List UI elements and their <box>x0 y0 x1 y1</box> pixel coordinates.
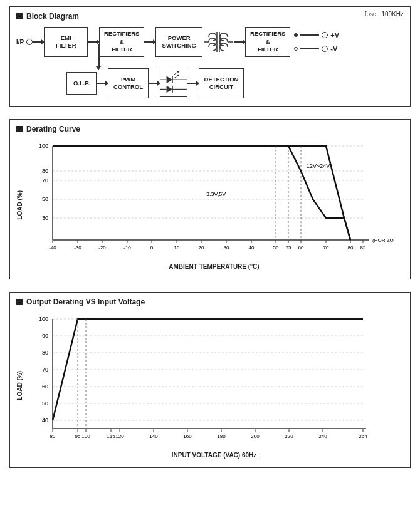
svg-text:55: 55 <box>286 245 291 251</box>
derating-x-axis-label: AMBIENT TEMPERATURE (°C) <box>24 263 404 270</box>
diagram-top-row: I/P EMI FILTER RECTIFIERS & FILTER POWER… <box>16 27 404 57</box>
svg-text:-20: -20 <box>98 245 106 251</box>
olp-box: O.L.P. <box>66 72 97 95</box>
arrow-opto-to-detect <box>187 83 199 84</box>
arrow-rect-to-power <box>144 41 155 43</box>
svg-text:-30: -30 <box>74 245 81 251</box>
svg-marker-8 <box>167 86 173 93</box>
svg-text:12V~24V: 12V~24V <box>307 163 330 169</box>
svg-text:220: 220 <box>285 434 293 439</box>
rectifier-filter-1-box: RECTIFIERS & FILTER <box>99 27 144 57</box>
block-diagram-header: Block Diagram <box>16 12 404 21</box>
output-lines: +V -V <box>294 31 339 53</box>
svg-text:10: 10 <box>174 245 180 251</box>
block-diagram-section: Block Diagram fosc : 100KHz I/P EMI FILT… <box>9 6 411 107</box>
output-derating-title: Output Derating VS Input Voltage <box>26 298 145 306</box>
svg-text:-10: -10 <box>123 245 131 251</box>
svg-text:60: 60 <box>42 383 48 390</box>
header-square-icon-3 <box>16 299 23 305</box>
svg-text:50: 50 <box>42 196 48 202</box>
derating-curve-title: Derating Curve <box>26 125 80 133</box>
svg-text:-40: -40 <box>49 245 56 251</box>
optocoupler-symbol <box>160 70 187 97</box>
svg-text:40: 40 <box>249 245 255 251</box>
ip-circle-icon <box>26 39 33 45</box>
arrow-down-to-olp <box>96 66 101 70</box>
derating-chart-container: 100 80 70 50 30 -40 -30 -20 <box>24 140 404 270</box>
output-line-minus <box>300 48 319 49</box>
svg-text:115: 115 <box>107 434 115 439</box>
svg-text:100: 100 <box>81 434 90 439</box>
svg-line-7 <box>174 75 179 79</box>
diagram-bottom-row: O.L.P. PWM CONTROL <box>66 68 404 98</box>
output-derating-chart-container: 100 90 80 70 60 50 40 80 95 <box>24 313 404 459</box>
derating-curve-svg: 100 80 70 50 30 -40 -30 -20 <box>24 140 394 262</box>
rectifier-filter-2-box: RECTIFIERS & FILTER <box>245 27 290 57</box>
svg-text:50: 50 <box>42 400 48 407</box>
svg-text:160: 160 <box>183 434 192 439</box>
svg-text:95: 95 <box>75 434 81 439</box>
output-derating-header: Output Derating VS Input Voltage <box>16 298 404 306</box>
svg-text:90: 90 <box>42 333 48 339</box>
derating-curve-header: Derating Curve <box>16 125 404 133</box>
svg-text:85: 85 <box>360 245 366 251</box>
svg-text:30: 30 <box>42 215 48 221</box>
svg-marker-4 <box>167 76 173 83</box>
svg-text:(HORIZONTAL): (HORIZONTAL) <box>372 237 394 243</box>
fosc-label: fosc : 100KHz <box>365 11 404 18</box>
output-derating-y-axis-label: LOAD (%) <box>16 371 23 400</box>
svg-text:200: 200 <box>251 434 260 439</box>
derating-curve-section: Derating Curve LOAD (%) 100 80 70 50 <box>9 119 411 279</box>
output-vplus-label: +V <box>330 31 339 39</box>
arrow-pwm-to-opto <box>149 83 160 84</box>
power-switching-box: POWER SWITCHING <box>155 27 202 57</box>
svg-text:80: 80 <box>50 434 56 439</box>
pwm-control-box: PWM CONTROL <box>108 68 149 98</box>
svg-text:0: 0 <box>150 245 154 251</box>
svg-text:3.3V,5V: 3.3V,5V <box>206 191 226 197</box>
svg-text:70: 70 <box>42 366 48 373</box>
vert-line-rect-to-olp <box>98 44 100 68</box>
output-circle-minus <box>322 46 328 52</box>
arrow-ip-to-emi <box>33 41 44 43</box>
svg-text:80: 80 <box>42 350 48 356</box>
output-derating-section: Output Derating VS Input Voltage LOAD (%… <box>9 292 411 468</box>
header-square-icon <box>16 13 23 19</box>
svg-line-6 <box>174 71 179 75</box>
svg-text:140: 140 <box>149 434 158 439</box>
svg-text:264: 264 <box>359 434 367 439</box>
output-dot-minus <box>294 47 298 51</box>
svg-text:80: 80 <box>42 168 48 174</box>
svg-text:70: 70 <box>42 177 48 184</box>
svg-text:30: 30 <box>224 245 229 251</box>
ip-label: I/P <box>16 39 24 46</box>
ip-section: I/P <box>16 39 33 46</box>
svg-text:20: 20 <box>199 245 204 251</box>
emi-filter-box: EMI FILTER <box>44 27 88 57</box>
arrow-emi-to-rect <box>88 41 99 43</box>
detection-circuit-box: DETECTION CIRCUIT <box>199 68 244 98</box>
output-derating-svg: 100 90 80 70 60 50 40 80 95 <box>24 313 394 450</box>
block-diagram-title: Block Diagram <box>26 12 79 21</box>
derating-chart-wrapper: LOAD (%) 100 80 70 50 30 <box>16 140 404 270</box>
svg-text:40: 40 <box>42 417 48 423</box>
svg-text:80: 80 <box>348 245 354 251</box>
svg-text:100: 100 <box>39 316 48 322</box>
output-line-plus <box>300 34 319 36</box>
output-dot-plus <box>294 33 298 37</box>
header-square-icon-2 <box>16 126 23 132</box>
svg-text:120: 120 <box>115 434 124 439</box>
svg-text:240: 240 <box>318 434 327 439</box>
diagram-bottom-area: O.L.P. PWM CONTROL <box>16 68 404 98</box>
svg-text:70: 70 <box>323 245 329 251</box>
derating-y-axis-label: LOAD (%) <box>16 190 23 220</box>
transformer-symbol <box>204 27 233 57</box>
output-vminus-label: -V <box>330 45 337 53</box>
output-derating-chart-wrapper: LOAD (%) 100 90 80 70 60 <box>16 313 404 459</box>
arrow-olp-to-pwm <box>97 83 108 84</box>
svg-text:50: 50 <box>273 245 279 251</box>
svg-text:60: 60 <box>298 245 304 251</box>
arrow-transformer-to-rect2 <box>234 41 245 43</box>
svg-text:180: 180 <box>217 434 226 439</box>
svg-text:100: 100 <box>39 143 48 149</box>
